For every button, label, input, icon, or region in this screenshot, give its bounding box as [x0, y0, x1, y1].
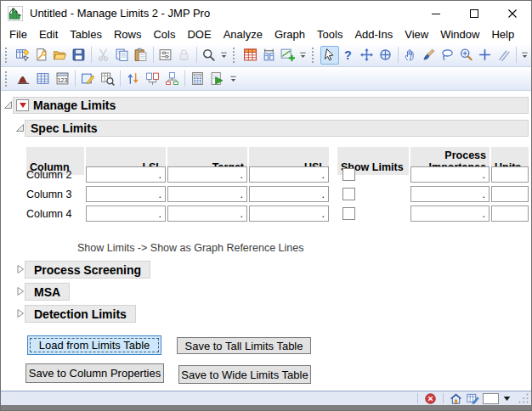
toolbar-overflow-button[interactable]	[228, 70, 239, 88]
target-field-row-1[interactable]: .	[167, 166, 247, 183]
save-to-column-properties-button[interactable]: Save to Column Properties	[25, 363, 164, 383]
process-screening-title: Process Screening	[34, 263, 141, 277]
toolbar-help-tool-button[interactable]: ?	[339, 46, 358, 65]
toolbar-lasso-tool-button[interactable]	[439, 46, 457, 65]
show-limits-checkbox-row-2[interactable]	[342, 188, 355, 200]
split-tables-icon	[165, 71, 179, 86]
load-from-limits-table-button[interactable]: Load from Limits Table	[27, 335, 161, 355]
toolbar-sort-button[interactable]	[123, 70, 143, 88]
toolbar-new-data-table-button[interactable]	[14, 46, 32, 65]
section-detection-limits[interactable]: Detection Limits	[25, 305, 136, 323]
window-dropdown-icon[interactable]	[502, 392, 512, 405]
menu-edit[interactable]: Edit	[33, 26, 64, 42]
toolbar-formula-editor-button[interactable]	[188, 70, 207, 88]
menu-graph[interactable]: Graph	[269, 26, 311, 42]
toolbar-table-preview-button[interactable]	[98, 70, 117, 88]
usl-field-row-2[interactable]: .	[249, 186, 329, 202]
show-limits-checkbox-row-1[interactable]	[342, 168, 355, 181]
toolbar-column-info-button[interactable]	[260, 46, 279, 65]
red-triangle-menu-button[interactable]	[16, 99, 29, 111]
toolbar-graph-builder-button[interactable]	[279, 46, 297, 65]
target-field-row-2[interactable]: .	[167, 186, 247, 202]
toolbar-overflow-button[interactable]	[219, 46, 229, 65]
menu-add-ins[interactable]: Add-Ins	[348, 26, 399, 42]
toolbar-copy-button[interactable]	[113, 46, 132, 65]
toolbar-table-123-button[interactable]: 123	[53, 70, 72, 88]
toolbar-annotate-box-button[interactable]	[78, 70, 98, 88]
menu-file[interactable]: File	[3, 26, 33, 42]
cut-icon	[96, 48, 110, 62]
table-edit-icon[interactable]	[466, 392, 479, 405]
show-limits-checkbox-row-3[interactable]	[342, 207, 355, 220]
toolbar-cut-button[interactable]	[94, 46, 113, 65]
lsl-field-row-1[interactable]: .	[86, 166, 166, 183]
toolbar-annotate-tool-button[interactable]	[495, 46, 513, 65]
menu-rows[interactable]: Rows	[108, 26, 148, 42]
svg-text:123: 123	[58, 77, 68, 83]
menu-tables[interactable]: Tables	[64, 26, 108, 42]
toolbar-crosshair-tool-button[interactable]	[476, 46, 495, 65]
toolbar-run-script-button[interactable]	[207, 70, 227, 88]
section-msa[interactable]: MSA	[25, 283, 70, 301]
toolbar-move-tool-button[interactable]	[358, 46, 376, 65]
save-to-wide-limits-table-button[interactable]: Save to Wide Limits Table	[178, 365, 311, 384]
home-icon[interactable]	[450, 392, 462, 405]
toolbar-distribution-button[interactable]	[14, 70, 33, 88]
units-field-row-1[interactable]	[491, 166, 529, 183]
toolbar-data-table-button[interactable]	[241, 46, 260, 65]
resize-grip-icon[interactable]	[518, 392, 529, 405]
process-importance-field-row-1[interactable]: .	[410, 166, 490, 183]
menu-tools[interactable]: Tools	[311, 26, 348, 42]
toolbar-paste-button[interactable]	[132, 46, 150, 65]
toolbar-overflow-button[interactable]	[520, 46, 530, 65]
units-field-row-3[interactable]	[491, 206, 529, 222]
process-screening-disclosure-icon[interactable]	[15, 264, 25, 274]
units-field-row-2[interactable]	[491, 186, 529, 202]
detection-limits-disclosure-icon[interactable]	[15, 308, 25, 318]
toolbar-open-button[interactable]	[51, 46, 70, 65]
toolbar-lock-button[interactable]	[175, 46, 194, 65]
toolbar-overflow-button[interactable]	[298, 46, 308, 65]
toolbar-search-button[interactable]	[200, 46, 218, 65]
toolbar-save-button[interactable]	[70, 46, 88, 65]
toolbar-grip[interactable]	[312, 48, 317, 63]
toolbar-join-tables-button[interactable]	[143, 70, 162, 88]
lsl-field-row-3[interactable]: .	[86, 206, 166, 222]
usl-field-row-1[interactable]: .	[249, 166, 329, 183]
target-field-row-3[interactable]: .	[167, 206, 247, 222]
toolbar-brush-tool-button[interactable]	[420, 46, 439, 65]
copy-icon	[115, 48, 129, 62]
menu-view[interactable]: View	[399, 26, 434, 42]
toolbar-grabber-tool-button[interactable]	[401, 46, 420, 65]
lsl-field-row-2[interactable]: .	[86, 186, 166, 202]
toolbar-grip[interactable]	[5, 48, 10, 63]
toolbar-arrow-tool-button[interactable]	[320, 46, 339, 65]
toolbar-split-tables-button[interactable]	[162, 70, 182, 88]
process-importance-field-row-2[interactable]: .	[410, 186, 490, 202]
close-button[interactable]	[493, 1, 531, 25]
toolbar-preferences-button[interactable]	[156, 46, 175, 65]
maximize-button[interactable]	[455, 1, 493, 25]
menu-analyze[interactable]: Analyze	[218, 26, 269, 42]
toolbar-magnifier-tool-button[interactable]	[457, 46, 476, 65]
manage-limits-disclosure-icon[interactable]	[3, 100, 13, 110]
color-swatch[interactable]	[483, 393, 499, 404]
menu-cols[interactable]: Cols	[147, 26, 181, 42]
window-title: Untitled - Manage Limits 2 - JMP Pro	[30, 7, 210, 20]
minimize-button[interactable]	[416, 1, 455, 25]
usl-field-row-3[interactable]: .	[249, 206, 329, 222]
toolbar-new-application-button[interactable]	[32, 46, 51, 65]
spec-limits-disclosure-icon[interactable]	[15, 123, 25, 133]
save-to-tall-limits-table-button[interactable]: Save to Tall Limits Table	[177, 337, 311, 354]
toolbar-grip[interactable]	[5, 71, 10, 87]
menu-window[interactable]: Window	[434, 26, 485, 42]
toolbar-grip[interactable]	[233, 48, 238, 63]
process-importance-field-row-3[interactable]: .	[410, 206, 490, 222]
menu-help[interactable]: Help	[485, 26, 520, 42]
section-process-screening[interactable]: Process Screening	[25, 261, 150, 279]
error-log-icon[interactable]	[424, 392, 437, 405]
toolbar-selection-tool-button[interactable]	[376, 46, 395, 65]
msa-disclosure-icon[interactable]	[15, 286, 25, 296]
menu-doe[interactable]: DOE	[181, 26, 217, 42]
toolbar-table-grid-button[interactable]	[33, 70, 53, 88]
